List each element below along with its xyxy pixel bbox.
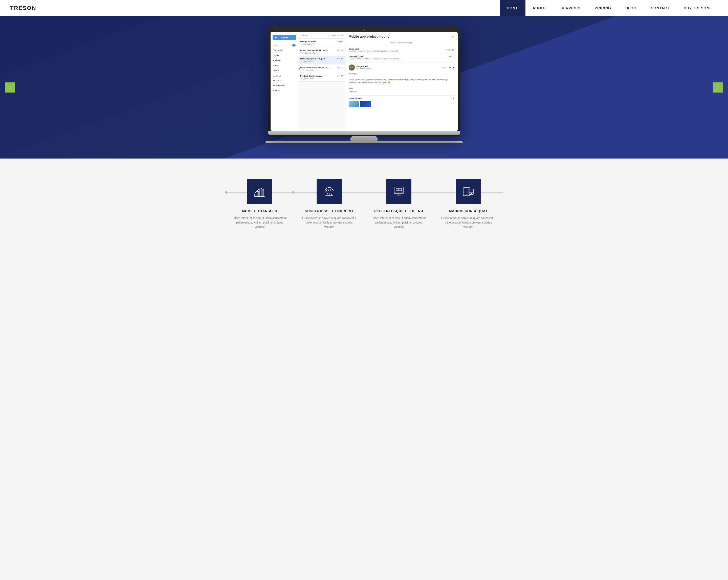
svg-point-28 [466, 194, 467, 195]
feature-title-1: SUSPENDISSE HENDRERIT [305, 209, 354, 213]
chart-icon [253, 185, 266, 198]
slider-prev-button[interactable]: ‹ [5, 82, 15, 93]
slider-next-button[interactable]: › [713, 82, 723, 93]
svg-rect-10 [326, 191, 333, 192]
attachment-thumbnails [349, 101, 454, 107]
star-empty-1: ★ [303, 52, 304, 54]
sidebar-item-drafts[interactable]: Drafts 2 [270, 53, 298, 58]
msg-body: Hi Serge, Lorem Ipsum is simply dummy te… [349, 72, 454, 93]
attach-icon-2: 📎 [312, 60, 315, 62]
email-app: ✏ Compose Inbox 3 Sent mail Drafts 2 [270, 32, 458, 131]
avatar: SV [349, 64, 355, 71]
attachments-section: 2 attachments ⬇ [349, 95, 454, 100]
sidebar-item-spam[interactable]: Spam [270, 63, 298, 68]
laptop-mockup: ✏ Compose Inbox 3 Sent mail Drafts 2 [268, 26, 460, 143]
nav-home[interactable]: HOME [500, 0, 525, 16]
star-detail-icon[interactable]: ★ [451, 35, 454, 38]
feature-desc-1: Fusce interdum sapien ut quam consectetu… [302, 216, 357, 229]
message-preview-0: Serge Vasil Lorem Ipsum is simply dummy … [349, 47, 454, 53]
star-filled-2: ★ [301, 60, 302, 62]
laptop-base [268, 131, 460, 135]
svg-line-11 [327, 193, 328, 195]
prev-icon[interactable]: ‹ [340, 34, 341, 36]
detail-subject: Mobile app project inquiry [349, 35, 390, 38]
features-row: MOBILE TRANSFER Fusce interdum sapien ut… [225, 179, 503, 229]
monitor-icon [392, 185, 405, 198]
compose-icon: ✏ [275, 36, 277, 39]
svg-point-29 [471, 193, 472, 194]
svg-rect-1 [257, 191, 259, 196]
attach-icon-0: 📎 [312, 43, 315, 45]
nav-pricing[interactable]: PRICING [588, 0, 618, 16]
sidebar-item-inbox[interactable]: Inbox 3 [270, 43, 298, 48]
msg-main-header: SV Serge Vasil To: Christian Davis ▾ Nov… [349, 64, 454, 71]
compose-button[interactable]: ✏ Compose [272, 35, 296, 40]
feature-item-3: MAURIS CONSEQUAT Fusce interdum sapien u… [434, 179, 503, 229]
attachment-thumb-0 [349, 101, 359, 107]
logo: TRESON [10, 5, 36, 11]
svg-rect-25 [469, 189, 473, 194]
preview-attach-icon-0: 📎 [445, 49, 447, 51]
load-older-link[interactable]: Load 24 older messages [349, 41, 454, 45]
search-input[interactable] [301, 34, 330, 37]
email-count: 1-24 of 112 [331, 34, 339, 36]
feature-item-1: SUSPENDISSE HENDRERIT Fusce interdum sap… [294, 179, 364, 229]
download-icon[interactable]: ⬇ [452, 97, 454, 100]
email-sidebar: ✏ Compose Inbox 3 Sent mail Drafts 2 [270, 32, 298, 131]
star-empty-3: ★ [303, 69, 304, 71]
sidebar-item-personal[interactable]: Personal [270, 83, 298, 88]
feature-title-3: MAURIS CONSEQUAT [449, 209, 488, 213]
svg-rect-22 [396, 189, 398, 191]
laptop-stand [349, 136, 379, 141]
sidebar-item-more[interactable]: + More [270, 88, 298, 93]
svg-rect-18 [394, 187, 403, 194]
detail-header: Mobile app project inquiry ★ [349, 35, 454, 38]
reply-icon[interactable]: ↩ [449, 66, 451, 69]
expand-icon[interactable]: ∨ [452, 66, 454, 69]
feature-icon-box-3 [456, 179, 481, 204]
feature-title-2: PELLENTESQUE ELEIFEND [374, 209, 423, 213]
sidebar-item-sent[interactable]: Sent mail [270, 48, 298, 53]
svg-rect-23 [399, 189, 401, 191]
nav-services[interactable]: SERVICES [553, 0, 588, 16]
attachments-label: 2 attachments [349, 97, 362, 100]
sidebar-item-work[interactable]: Work [270, 78, 298, 83]
sidebar-item-trash[interactable]: Trash [270, 68, 298, 73]
feature-dot-left-0 [225, 191, 228, 194]
email-detail: Mobile app project inquiry ★ Load 24 old… [345, 32, 458, 131]
email-item-1[interactable]: Is that what you had in min... Nov 10 ✓ … [298, 47, 345, 56]
labels-section: LABELS + [270, 73, 298, 78]
email-item-2[interactable]: Mobile app project inquiry Nov 09 ★ Serg… [298, 56, 345, 64]
svg-rect-0 [255, 194, 256, 196]
email-item-4[interactable]: Product design course Nov 07 ★ Camilla B… [298, 73, 345, 82]
nav-blog[interactable]: BLOG [618, 0, 644, 16]
attachment-thumb-1 [360, 101, 371, 107]
email-list-header: 1-24 of 112 ‹ › [298, 32, 345, 39]
feature-desc-0: Fusce interdum sapien ut quam consectetu… [233, 216, 287, 229]
email-item-0[interactable]: Design feedback 4:30pm ★ Jack Jones 📎 [298, 39, 345, 47]
feature-item-0: MOBILE TRANSFER Fusce interdum sapien ut… [225, 179, 294, 229]
sidebar-item-archive[interactable]: Archive [270, 58, 298, 63]
nav-buy[interactable]: BUY TRESON! [677, 0, 718, 16]
nav-contact[interactable]: CONTACT [644, 0, 676, 16]
laptop-camera [363, 29, 365, 31]
navigation: TRESON HOME ABOUT SERVICES PRICING BLOG … [0, 0, 728, 16]
check-icon-1: ✓ [301, 52, 302, 54]
features-section: MOBILE TRANSFER Fusce interdum sapien ut… [0, 159, 728, 249]
feature-title-0: MOBILE TRANSFER [242, 209, 278, 213]
feature-dot-right-0 [292, 191, 294, 194]
nav-about[interactable]: ABOUT [525, 0, 553, 16]
feature-item-2: PELLENTESQUE ELEIFEND Fusce interdum sap… [364, 179, 434, 229]
feature-icon-box-2 [386, 179, 411, 204]
nav-links: HOME ABOUT SERVICES PRICING BLOG CONTACT… [500, 0, 718, 16]
work-dot [273, 80, 275, 81]
email-item-3[interactable]: Bistronome materials and s... Nov 07 ★ L… [298, 64, 345, 73]
laptop-screen: ✏ Compose Inbox 3 Sent mail Drafts 2 [270, 32, 458, 131]
svg-rect-2 [260, 189, 261, 196]
feature-desc-2: Fusce interdum sapien ut quam consectetu… [372, 216, 426, 229]
feature-icon-box-0 [247, 179, 272, 204]
message-main: SV Serge Vasil To: Christian Davis ▾ Nov… [349, 62, 454, 107]
next-icon[interactable]: › [342, 34, 343, 36]
laptop-foot [265, 141, 463, 143]
message-preview-1: Christian Davis There are many variation… [349, 54, 454, 61]
